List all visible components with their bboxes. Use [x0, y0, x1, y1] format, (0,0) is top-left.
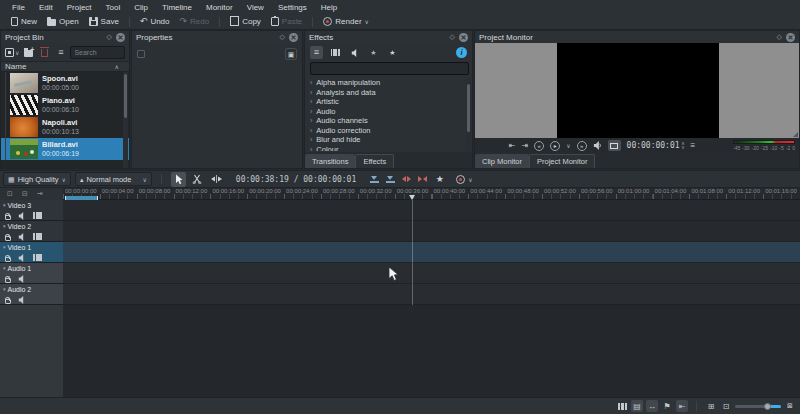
effects-scrollbar-thumb[interactable] — [467, 84, 470, 132]
timeline-snap-icon[interactable]: ⇥ — [37, 190, 43, 198]
preview-quality-dropdown[interactable]: ▦ High Quality ∨ — [3, 172, 71, 186]
zoom-slider-handle[interactable] — [764, 403, 771, 410]
tab-effects[interactable]: Effects — [355, 154, 394, 168]
zoom-slider[interactable] — [735, 400, 781, 412]
tab-transitions[interactable]: Transitions — [305, 154, 355, 168]
bin-column-header[interactable]: Name ∧ — [1, 61, 129, 72]
zoom-fit-button[interactable]: ⊞ — [705, 400, 717, 412]
volume-icon[interactable] — [593, 141, 602, 150]
bin-clip-row[interactable]: Napoli.avi 00:00:10:13 — [1, 116, 129, 138]
float-panel-icon[interactable]: ◇ — [107, 33, 112, 41]
zoom-out-button[interactable]: ⊡ — [720, 400, 732, 412]
overwrite-zone-button[interactable] — [384, 176, 396, 183]
lock-track-icon[interactable] — [5, 278, 11, 283]
show-video-effects-button[interactable] — [329, 46, 342, 59]
lift-zone-button[interactable] — [416, 176, 428, 182]
effects-scrollbar[interactable] — [466, 78, 471, 151]
go-to-zone-start-button[interactable]: ⇤ — [509, 141, 516, 151]
rewind-button[interactable]: « — [534, 141, 544, 151]
show-video-thumbnails-button[interactable] — [616, 400, 628, 412]
hide-track-icon[interactable] — [33, 233, 42, 240]
track-lane-audio1[interactable] — [63, 263, 800, 284]
effect-category[interactable]: ›Blur and hide — [305, 135, 472, 145]
expand-icon[interactable]: ▾ — [3, 201, 6, 210]
track-lane-video3[interactable] — [63, 200, 800, 221]
show-descriptions-button[interactable]: i — [456, 47, 467, 58]
lock-track-icon[interactable] — [5, 299, 11, 304]
play-button[interactable]: ▸ — [550, 141, 560, 151]
track-header-video1-active[interactable]: ▾Video 1 — [0, 242, 63, 263]
expand-icon[interactable]: ▾ — [3, 264, 6, 273]
menu-monitor[interactable]: Monitor — [199, 3, 240, 12]
mute-track-icon[interactable] — [18, 233, 26, 241]
expand-icon[interactable]: ▾ — [3, 243, 6, 252]
timeline-render-button[interactable]: ∨ — [451, 172, 477, 186]
edit-mode-dropdown[interactable]: ▴ Normal mode ∨ — [75, 172, 152, 186]
undo-button[interactable]: ↶ Undo — [135, 15, 175, 29]
bin-clip-row[interactable]: Piano.avi 00:00:06:10 — [1, 94, 129, 116]
add-clip-button[interactable]: ∨ — [5, 46, 19, 59]
show-marker-comments-button[interactable]: ↔ — [646, 400, 658, 412]
monitor-video-display[interactable] — [475, 43, 799, 138]
resize-grip-icon[interactable] — [793, 132, 798, 137]
float-panel-icon[interactable]: ◇ — [280, 33, 285, 41]
track-header-video3[interactable]: ▾Video 3 — [0, 200, 63, 221]
lock-track-icon[interactable] — [5, 215, 11, 220]
zone-mode-button[interactable] — [608, 140, 621, 151]
mute-track-icon[interactable] — [18, 296, 26, 304]
fast-forward-button[interactable]: » — [577, 141, 587, 151]
new-button[interactable]: New — [6, 15, 42, 29]
spacer-tool-button[interactable] — [209, 172, 224, 187]
track-header-audio2[interactable]: ▾Audio 2 — [0, 284, 63, 305]
bin-clip-row[interactable]: Spoon.avi 00:00:05:00 — [1, 72, 129, 94]
menu-project[interactable]: Project — [60, 3, 99, 12]
menu-clip[interactable]: Clip — [127, 3, 155, 12]
show-custom-effects-button[interactable]: ★ — [367, 46, 380, 59]
hide-track-icon[interactable] — [33, 212, 42, 219]
monitor-timecode[interactable]: 00:00:00:01 ∧∨ — [627, 141, 685, 150]
bin-scrollbar[interactable] — [123, 72, 128, 168]
close-panel-icon[interactable]: ✕ — [786, 33, 795, 42]
zoom-in-button[interactable]: ⊠ — [784, 400, 796, 412]
mute-track-icon[interactable] — [18, 275, 26, 283]
float-panel-icon[interactable]: ◇ — [777, 33, 782, 41]
bin-scrollbar-thumb[interactable] — [124, 74, 127, 118]
render-button[interactable]: Render ∨ — [318, 15, 374, 29]
menu-view[interactable]: View — [240, 3, 271, 12]
properties-options-button[interactable]: ▣ — [285, 48, 297, 60]
hide-track-icon[interactable] — [33, 254, 42, 261]
effect-category[interactable]: ›Audio correction — [305, 126, 472, 136]
show-audio-effects-button[interactable] — [348, 46, 361, 59]
mute-track-icon[interactable] — [18, 254, 26, 262]
track-lane-video1-active[interactable] — [63, 242, 800, 263]
bin-menu-button[interactable]: ≡ — [54, 46, 67, 59]
effect-category[interactable]: ›Analysis and data — [305, 88, 472, 98]
markers-flag-button[interactable]: ⚑ — [661, 400, 673, 412]
tab-clip-monitor[interactable]: Clip Monitor — [475, 154, 529, 168]
effect-category[interactable]: ›Audio — [305, 107, 472, 117]
menu-settings[interactable]: Settings — [271, 3, 314, 12]
timeline-empty-area[interactable] — [63, 305, 800, 397]
expand-icon[interactable]: ▾ — [3, 222, 6, 231]
timeline-target-icon[interactable]: ⊡ — [7, 190, 13, 198]
menu-timeline[interactable]: Timeline — [155, 3, 199, 12]
menu-tool[interactable]: Tool — [99, 3, 128, 12]
bin-clip-row-selected[interactable]: Billard.avi 00:00:06:19 — [1, 138, 129, 160]
go-to-zone-end-button[interactable]: ⇥ — [521, 141, 528, 151]
snap-button[interactable]: ⇤ — [676, 400, 688, 412]
chevron-down-icon[interactable]: ∨ — [566, 142, 570, 149]
show-favorite-effects-button[interactable]: ★ — [386, 46, 399, 59]
lock-track-icon[interactable] — [5, 257, 11, 262]
open-button[interactable]: Open — [42, 15, 84, 29]
close-panel-icon[interactable]: ✕ — [289, 33, 298, 42]
close-panel-icon[interactable]: ✕ — [459, 33, 468, 42]
selection-tool-button[interactable] — [171, 172, 186, 187]
copy-button[interactable]: Copy — [225, 15, 266, 29]
tab-project-monitor[interactable]: Project Monitor — [529, 154, 595, 168]
menu-edit[interactable]: Edit — [32, 3, 60, 12]
track-header-audio1[interactable]: ▾Audio 1 — [0, 263, 63, 284]
float-panel-icon[interactable]: ◇ — [450, 33, 455, 41]
menu-help[interactable]: Help — [314, 3, 344, 12]
favorite-effects-button[interactable]: ★ — [432, 172, 447, 187]
show-audio-thumbnails-button[interactable]: ▤ — [631, 400, 643, 412]
